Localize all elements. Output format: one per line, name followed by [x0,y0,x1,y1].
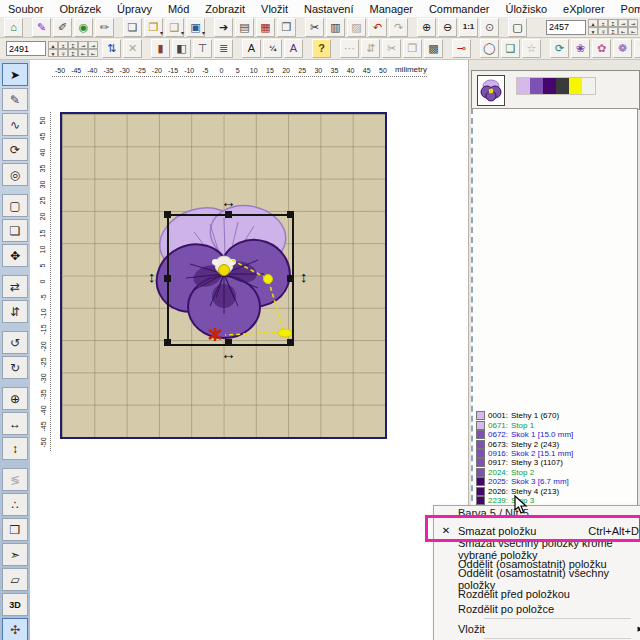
redo-icon[interactable]: ↷ [389,18,408,37]
toolbar-icon[interactable] [305,40,310,57]
erase-photo-icon[interactable]: ✏ [95,18,114,37]
flower-tool-1-icon[interactable]: ❀ [571,39,590,58]
menu-item[interactable]: Úložisko [497,3,555,15]
selection-handle-n[interactable] [225,211,232,218]
hoop-icon[interactable]: ▢ [508,18,527,37]
step-down100-icon[interactable]: Σ [68,49,78,57]
toolbar-icon[interactable] [207,19,212,36]
tool-button[interactable] [3,462,27,466]
center-horizontal-tool[interactable]: ↔ [2,412,28,435]
pointer-tool[interactable]: ➤ [2,63,28,86]
redraw-icon[interactable]: ⟳ [550,39,569,58]
toolbar-icon[interactable] [410,19,415,36]
save-icon[interactable]: ▣ ▾ [186,18,205,37]
flower-tool-2-icon[interactable]: ✿ [592,39,611,58]
stitch-list-row[interactable]: 0671: Stop 1 [475,420,635,429]
mirror-horizontal-tool[interactable]: ⇄ [2,275,28,298]
step-up10-icon[interactable]: ± [58,41,68,49]
measure-icon[interactable]: ⊤ [193,39,212,58]
center-tool[interactable]: ⊕ [2,387,28,410]
export-icon[interactable]: ➔ [214,18,233,37]
selection-box[interactable] [167,214,294,346]
step-start-icon[interactable]: ⇤ [88,49,98,57]
tool-button[interactable] [3,269,27,273]
toolbar-icon[interactable] [116,19,121,36]
step-down-icon[interactable]: ▼ [588,27,598,35]
merge-stitch-icon[interactable]: ❐ [403,39,422,58]
toolbar-icon[interactable] [333,40,338,57]
step-start-icon[interactable]: ⇤ [628,27,638,35]
rotate-left-tool[interactable]: ↺ [2,331,28,354]
flower-tool-3-icon[interactable]: ❁ [613,39,632,58]
menu-item[interactable]: Úpravy [109,3,160,15]
menu-item[interactable]: Nastavení [296,3,362,15]
zoom-out-icon[interactable]: ⊖ [438,18,457,37]
menu-item[interactable]: Obrázek [51,3,109,15]
zoom-fit-icon[interactable]: ⊙ [480,18,499,37]
toolbar-icon[interactable] [501,19,506,36]
stitch-list-row[interactable]: 0917: Stehy 3 (1107) [475,458,635,467]
selection-handle-e[interactable] [287,275,294,282]
photo-icon[interactable]: ◉ [74,18,93,37]
view-3d-tool[interactable]: 3D [2,593,28,616]
design-thumbnail[interactable] [477,75,505,106]
menu-insert[interactable]: Vložit ▶ [434,621,640,636]
menu-item[interactable]: eXplorer [555,3,613,15]
menu-item[interactable]: Manager [362,3,421,15]
copy-icon[interactable]: ▥ [326,18,345,37]
rotate-right-tool[interactable]: ↻ [2,356,28,379]
stitch-order-icon[interactable]: ⇅ [102,39,121,58]
zoom-tool[interactable]: ◎ [2,163,28,186]
undo-icon[interactable]: ↶ [368,18,387,37]
leaf-tool-icon[interactable]: ⌒ [634,39,640,58]
nav-points-icon[interactable]: ⇵ [361,39,380,58]
context-menu-item[interactable] [434,636,640,640]
resize-height-arrow-left[interactable]: ↕ [148,269,156,284]
edit-design-icon[interactable]: ✎ [32,18,51,37]
font-style-icon[interactable]: A [284,39,303,58]
copy-doc-icon[interactable]: ❒ [277,18,296,37]
split-stitch-icon[interactable]: ✂ [382,39,401,58]
stitch-list-row[interactable]: 0672: Skok 1 [15.0 mm] [475,430,635,439]
step-up100-icon[interactable]: Σ [68,41,78,49]
stitch-list-row[interactable]: 2024: Stop 2 [475,468,635,477]
node-edit-tool[interactable]: ✎ [2,88,28,111]
lasso-tool[interactable]: ∿ [2,113,28,136]
step-end-icon[interactable]: ⇥ [628,19,638,27]
resize-width-arrow-top[interactable]: ↔ [221,194,236,209]
connect-tool[interactable]: ≶ [2,468,28,491]
zoom-100-icon[interactable]: 1:1 [459,18,478,37]
toolbar-icon[interactable] [144,40,149,57]
pattern-fill-icon[interactable]: ▩ [424,39,443,58]
tool-button[interactable] [3,188,27,192]
stitch-list-row[interactable]: 0001: Stehy 1 (670) [475,411,635,420]
toolbar-icon[interactable] [473,40,478,57]
paste-icon[interactable]: ▨ [347,18,366,37]
step-down10-icon[interactable]: ∓ [598,27,608,35]
frame-tool[interactable]: ❒ [2,518,28,541]
step-down10-icon[interactable]: ∓ [58,49,68,57]
pointer-check-tool[interactable]: ➣ [2,543,28,566]
sew-simulator-tool[interactable]: ✣ [2,618,28,640]
cut-icon[interactable]: ✂ [305,18,324,37]
open-recent-icon[interactable]: ❑ ▾ [165,18,184,37]
density-icon[interactable]: ▮ [151,39,170,58]
resize-width-arrow-bottom[interactable]: ↔ [221,346,236,361]
selection-handle-sw[interactable] [164,339,171,346]
design-canvas[interactable]: ↔ ↔ ↕ ↕ [60,112,387,439]
menu-split-before[interactable]: Rozdělit před položkou [434,586,640,601]
step-down-icon[interactable]: ▼ [48,49,58,57]
tool-button[interactable] [3,381,27,385]
step-up-icon[interactable]: ▲ [588,19,598,27]
toolbar-icon[interactable] [445,40,450,57]
stitch-list-row[interactable]: 0673: Stehy 2 (243) [475,439,635,448]
menu-delete-all-except[interactable]: Smazat všechny položky kromě vybrané pol… [434,541,640,556]
step-prev-color-icon[interactable]: ⇤ [618,27,628,35]
palette-color-1[interactable] [517,78,530,94]
contrast-icon[interactable]: ◧ [172,39,191,58]
menu-item[interactable]: Zobrazit [197,3,253,15]
resize-height-arrow-right[interactable]: ↕ [300,269,308,284]
prev-points-icon[interactable]: ⋯ [340,39,359,58]
palette-color-2[interactable] [530,78,543,94]
menu-item[interactable]: Pomocník [613,3,640,15]
